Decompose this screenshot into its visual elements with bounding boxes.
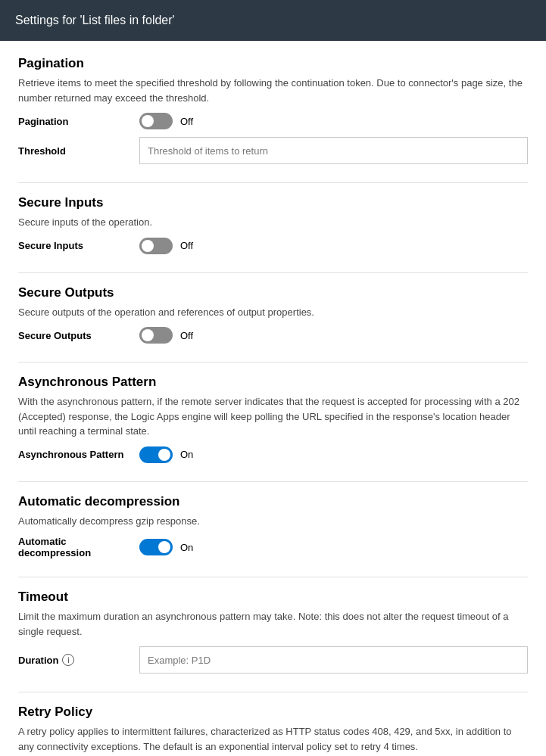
pagination-toggle[interactable] [139, 113, 173, 129]
secure-outputs-toggle-row: Secure Outputs Off [18, 327, 528, 344]
async-pattern-title: Asynchronous Pattern [18, 375, 528, 390]
auto-decompress-label-line2: decompression [18, 547, 139, 558]
secure-inputs-toggle-thumb [142, 240, 154, 252]
pagination-title: Pagination [18, 56, 528, 71]
timeout-section: Timeout Limit the maximum duration an as… [18, 590, 528, 674]
async-pattern-section: Asynchronous Pattern With the asynchrono… [18, 375, 528, 463]
auto-decompress-section: Automatic decompression Automatically de… [18, 494, 528, 559]
auto-decompress-toggle-label: Automatic decompression [18, 536, 139, 558]
threshold-label: Threshold [18, 145, 139, 157]
modal-body: Pagination Retrieve items to meet the sp… [0, 41, 546, 756]
auto-decompress-label-line1: Automatic [18, 536, 139, 547]
secure-outputs-toggle[interactable] [139, 327, 173, 344]
secure-outputs-description: Secure outputs of the operation and refe… [18, 305, 528, 320]
divider-3 [18, 362, 528, 362]
retry-policy-section: Retry Policy A retry policy applies to i… [18, 705, 528, 756]
timeout-title: Timeout [18, 590, 528, 605]
async-pattern-toggle[interactable] [139, 446, 173, 463]
auto-decompress-toggle-row: Automatic decompression On [18, 536, 528, 558]
auto-decompress-toggle-state: On [180, 542, 193, 553]
pagination-toggle-state: Off [180, 116, 193, 127]
async-pattern-toggle-state: On [180, 449, 193, 460]
secure-outputs-toggle-state: Off [180, 330, 193, 341]
async-pattern-toggle-wrapper: On [139, 446, 193, 463]
secure-inputs-toggle-state: Off [180, 240, 193, 251]
secure-inputs-section: Secure Inputs Secure inputs of the opera… [18, 195, 528, 254]
divider-4 [18, 481, 528, 482]
divider-5 [18, 577, 528, 577]
retry-policy-description: A retry policy applies to intermittent f… [18, 724, 528, 754]
auto-decompress-toggle-wrapper: On [139, 539, 193, 555]
secure-inputs-title: Secure Inputs [18, 195, 528, 210]
async-pattern-toggle-label: Asynchronous Pattern [18, 449, 139, 460]
duration-row: Duration i [18, 646, 528, 674]
async-pattern-description: With the asynchronous pattern, if the re… [18, 394, 528, 439]
duration-label: Duration [18, 655, 58, 666]
auto-decompress-toggle-thumb [158, 541, 170, 553]
secure-outputs-toggle-label: Secure Outputs [18, 330, 139, 341]
pagination-section: Pagination Retrieve items to meet the sp… [18, 56, 528, 164]
divider-6 [18, 692, 528, 692]
auto-decompress-toggle[interactable] [139, 539, 173, 555]
settings-modal: Settings for 'List files in folder' Pagi… [0, 0, 546, 756]
secure-inputs-toggle-label: Secure Inputs [18, 240, 139, 251]
pagination-toggle-row: Pagination Off [18, 113, 528, 129]
pagination-toggle-wrapper: Off [139, 113, 193, 129]
pagination-toggle-thumb [142, 115, 154, 127]
secure-inputs-toggle[interactable] [139, 238, 173, 254]
modal-header: Settings for 'List files in folder' [0, 0, 546, 41]
secure-inputs-description: Secure inputs of the operation. [18, 215, 528, 230]
divider-2 [18, 272, 528, 273]
pagination-toggle-label: Pagination [18, 116, 139, 127]
retry-policy-title: Retry Policy [18, 705, 528, 720]
threshold-row: Threshold [18, 137, 528, 164]
duration-input[interactable] [139, 646, 528, 674]
secure-outputs-title: Secure Outputs [18, 285, 528, 300]
threshold-input[interactable] [139, 137, 528, 164]
timeout-description: Limit the maximum duration an asynchrono… [18, 609, 528, 639]
pagination-description: Retrieve items to meet the specified thr… [18, 76, 528, 105]
secure-outputs-section: Secure Outputs Secure outputs of the ope… [18, 285, 528, 344]
duration-label-wrap: Duration i [18, 654, 139, 666]
modal-title: Settings for 'List files in folder' [15, 14, 175, 26]
secure-outputs-toggle-thumb [142, 329, 154, 341]
secure-inputs-toggle-row: Secure Inputs Off [18, 238, 528, 254]
async-pattern-toggle-row: Asynchronous Pattern On [18, 446, 528, 463]
divider-1 [18, 182, 528, 183]
secure-outputs-toggle-wrapper: Off [139, 327, 193, 344]
async-pattern-toggle-thumb [158, 449, 170, 461]
info-icon[interactable]: i [62, 654, 74, 666]
secure-inputs-toggle-wrapper: Off [139, 238, 193, 254]
auto-decompress-title: Automatic decompression [18, 494, 528, 509]
auto-decompress-description: Automatically decompress gzip response. [18, 514, 528, 529]
